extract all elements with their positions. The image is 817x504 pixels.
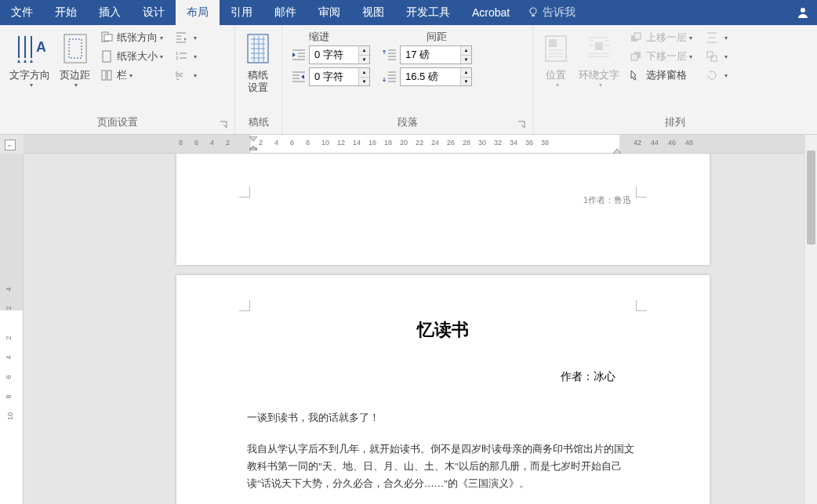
send-backward-icon [630, 50, 642, 63]
menu-layout[interactable]: 布局 [176, 0, 220, 25]
vruler-tick: 4 [5, 355, 13, 359]
document-title: 忆读书 [176, 318, 710, 342]
ruler-tick: 8 [179, 139, 183, 147]
ruler-tick: 2 [226, 139, 230, 147]
space-after-up[interactable]: ▲ [460, 68, 471, 78]
rotate-icon [706, 69, 718, 82]
svg-text:A: A [36, 39, 45, 55]
ruler-tick: 18 [384, 139, 392, 147]
align-icon [706, 31, 718, 44]
ruler-corner[interactable]: ⌐ [5, 140, 16, 150]
svg-rect-15 [549, 39, 557, 47]
ruler-tick: 4 [210, 139, 214, 147]
vertical-scrollbar[interactable] [804, 135, 817, 504]
orientation-icon [100, 31, 113, 44]
page-1: 1作者：鲁迅 [176, 154, 710, 265]
svg-rect-8 [102, 71, 106, 80]
document-canvas[interactable]: 1作者：鲁迅 忆读书 作者：冰心 一谈到读书，我的话就多了！ 我自从学认字后不到… [24, 154, 817, 504]
bring-forward-button[interactable]: 上移一层▾ [626, 29, 695, 46]
page1-footer: 1作者：鲁迅 [583, 194, 631, 206]
menu-developer[interactable]: 开发工具 [395, 0, 461, 25]
line-numbers-button[interactable]: 12▾ [171, 48, 200, 65]
ruler-tick: 16 [369, 139, 376, 147]
breaks-icon [175, 31, 187, 44]
ruler-tick: 24 [431, 139, 439, 147]
send-backward-button[interactable]: 下移一层▾ [626, 48, 695, 65]
ruler-tick: 34 [510, 139, 517, 147]
space-before-down[interactable]: ▼ [460, 56, 471, 64]
menu-insert[interactable]: 插入 [88, 0, 132, 25]
indent-left-down[interactable]: ▼ [358, 56, 369, 64]
menu-home[interactable]: 开始 [44, 0, 88, 25]
svg-rect-20 [631, 54, 637, 60]
svg-rect-3 [64, 34, 86, 63]
align-button[interactable]: ▾ [702, 29, 731, 46]
vruler-tick: 6 [5, 375, 13, 379]
group-label-page-setup: 页面设置 [97, 116, 138, 128]
hyphenation-button[interactable]: bc▾ [171, 67, 200, 84]
space-after-down[interactable]: ▼ [460, 78, 471, 86]
wrap-text-icon [586, 31, 612, 66]
ribbon: A 文字方向▾ 页边距▾ 纸张方向▾ 纸张大小▾ 栏▾ ▾ 12▾ bc▾ 页面… [0, 25, 817, 135]
size-button[interactable]: 纸张大小▾ [96, 48, 166, 65]
columns-button[interactable]: 栏▾ [96, 67, 166, 84]
menu-mailings[interactable]: 邮件 [263, 0, 307, 25]
indent-right-icon [289, 68, 309, 85]
svg-rect-16 [595, 42, 603, 50]
ruler-tick: 8 [306, 139, 310, 147]
indent-right-up[interactable]: ▲ [358, 68, 369, 78]
menu-references[interactable]: 引用 [220, 0, 263, 25]
indent-right-down[interactable]: ▼ [358, 78, 369, 86]
ruler-tick: 48 [685, 139, 693, 147]
orientation-button[interactable]: 纸张方向▾ [96, 29, 166, 46]
rotate-button[interactable]: ▾ [702, 67, 731, 84]
svg-rect-7 [103, 51, 111, 62]
text-direction-button[interactable]: A 文字方向▾ [5, 28, 55, 90]
paragraph-1: 一谈到读书，我的话就多了！ [247, 409, 639, 426]
ruler-tick: 2 [259, 139, 263, 147]
ruler-tick: 28 [463, 139, 470, 147]
ruler-tick: 6 [194, 139, 198, 147]
menu-review[interactable]: 审阅 [307, 0, 351, 25]
svg-text:2: 2 [176, 56, 179, 60]
menu-acrobat[interactable]: Acrobat [461, 0, 521, 25]
ruler-tick: 42 [634, 139, 641, 147]
scrollbar-thumb[interactable] [807, 150, 815, 245]
paragraph-launcher[interactable] [517, 120, 526, 129]
group-paragraph: 缩进 间距 ▲▼ ▲▼ ▲▼ [282, 25, 533, 134]
indent-left-icon [289, 46, 309, 63]
ruler-tick: 10 [321, 139, 329, 147]
wrap-text-button[interactable]: 环绕文字▾ [574, 28, 624, 90]
ruler-tick: 14 [353, 139, 361, 147]
group-objects-button[interactable]: ▾ [702, 48, 731, 65]
menu-file[interactable]: 文件 [0, 0, 44, 25]
position-button[interactable]: 位置▾ [538, 28, 574, 90]
page-2: 忆读书 作者：冰心 一谈到读书，我的话就多了！ 我自从学认字后不到几年，就开始读… [176, 275, 710, 504]
horizontal-ruler[interactable]: 8642246810121416182022242628303234363842… [24, 135, 817, 154]
ruler-tick: 44 [651, 139, 659, 147]
breaks-button[interactable]: ▾ [171, 29, 200, 46]
margins-icon [61, 31, 89, 66]
manuscript-settings-button[interactable]: 稿纸 设置 [240, 28, 276, 96]
share-button[interactable] [789, 0, 817, 25]
margins-button[interactable]: 页边距▾ [55, 28, 95, 90]
group-arrange: 位置▾ 环绕文字▾ 上移一层▾ 下移一层▾ 选择窗格 ▾ ▾ ▾ 排列 [533, 25, 817, 134]
menu-view[interactable]: 视图 [351, 0, 395, 25]
indent-left-marker[interactable] [249, 136, 257, 154]
vruler-tick: 10 [6, 412, 14, 420]
line-numbers-icon: 12 [175, 50, 187, 63]
ruler-tick: 12 [337, 139, 345, 147]
vertical-ruler[interactable]: 42246810 [0, 154, 24, 504]
vruler-tick: 4 [5, 287, 13, 291]
ruler-tick: 26 [447, 139, 455, 147]
page-setup-launcher[interactable] [219, 120, 228, 129]
selection-pane-button[interactable]: 选择窗格 [626, 67, 695, 84]
group-icon [706, 50, 718, 63]
hyphenation-icon: bc [175, 69, 187, 82]
menu-design[interactable]: 设计 [132, 0, 176, 25]
space-after-icon [379, 68, 400, 85]
tell-me-search[interactable]: 告诉我 [527, 0, 576, 25]
space-before-up[interactable]: ▲ [460, 46, 471, 56]
indent-left-up[interactable]: ▲ [358, 46, 369, 56]
ruler-tick: 32 [494, 139, 502, 147]
